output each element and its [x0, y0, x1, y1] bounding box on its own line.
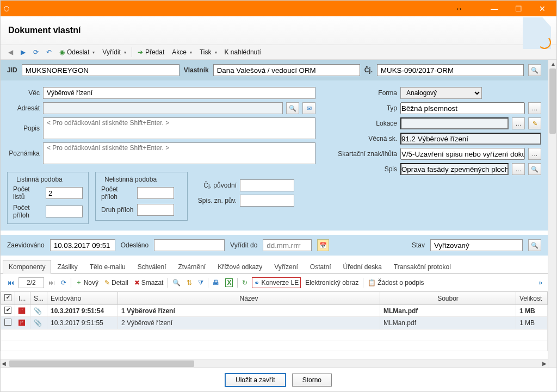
forma-select[interactable]: Analogový: [400, 87, 482, 99]
storno-button[interactable]: Storno: [292, 374, 332, 387]
adresat-mail-button[interactable]: ✉: [302, 102, 315, 114]
grid-row[interactable]: 🅿 📎 10.3.2017 9:51:54 1 Výběrové řízení …: [1, 305, 548, 317]
horizontal-scrollbar[interactable]: ◀ ▶: [1, 359, 548, 368]
skart-more-button[interactable]: …: [528, 148, 541, 160]
clipboard-icon: 📋: [368, 279, 376, 287]
grid-row[interactable]: 🅿 📎 10.3.2017 9:51:55 2 Výběrové řízení …: [1, 317, 548, 329]
grid-sort-button[interactable]: ⇅: [185, 278, 194, 288]
tab-ztvarneni[interactable]: Ztvárnění: [172, 260, 212, 273]
row-checkbox[interactable]: [4, 307, 11, 314]
stav-search-button[interactable]: 🔍: [528, 239, 541, 251]
col-state[interactable]: S...: [30, 292, 47, 305]
lokace-more-button[interactable]: …: [512, 117, 525, 129]
scroll-left-icon[interactable]: ◀: [2, 360, 6, 366]
grid-print-button[interactable]: 🖶: [211, 278, 221, 288]
adresat-search-button[interactable]: 🔍: [286, 102, 299, 114]
tab-urednideska[interactable]: Úřední deska: [337, 260, 387, 273]
grid-first-button[interactable]: ⏮: [6, 278, 16, 288]
undo-button[interactable]: ↶: [44, 47, 54, 57]
typ-more-button[interactable]: …: [528, 102, 541, 114]
spis-more-button[interactable]: …: [512, 163, 525, 175]
grid-refresh-button[interactable]: ⟳: [59, 278, 68, 288]
vyritdo-input[interactable]: [263, 239, 312, 251]
stav-input[interactable]: [430, 239, 523, 251]
tab-teloemailu[interactable]: Tělo e-mailu: [84, 260, 132, 273]
vlastnik-input[interactable]: [213, 64, 360, 76]
knahlednuti-button[interactable]: K nahlédnutí: [222, 47, 263, 57]
cell-velikost: 1 MB: [516, 317, 548, 329]
col-icon[interactable]: I...: [15, 292, 30, 305]
scroll-thumb[interactable]: [549, 69, 556, 134]
app-dot: [4, 6, 9, 11]
excel-icon: X: [225, 278, 233, 287]
vyridit-button[interactable]: Vyřídit: [100, 47, 128, 57]
tab-schvaleni[interactable]: Schválení: [132, 260, 172, 273]
novy-label: Nový: [84, 279, 98, 287]
scroll-right-icon[interactable]: ▶: [542, 360, 547, 366]
tab-ostatni[interactable]: Ostatní: [304, 260, 337, 273]
adresat-input[interactable]: [43, 102, 283, 114]
lokace-edit-button[interactable]: ✎: [528, 117, 541, 129]
jid-input[interactable]: [22, 64, 180, 76]
skart-input[interactable]: [400, 148, 525, 160]
druh-priloh-input[interactable]: [137, 204, 174, 216]
grid-toolbar: ⏮ 2/2 ⏭ ⟳ ＋Nový ✎Detail ✖Smazat 🔍 ⇅ ⧩ 🖶 …: [1, 274, 548, 291]
typ-input[interactable]: [400, 102, 525, 114]
grid-detail-button[interactable]: ✎Detail: [103, 278, 130, 288]
vec-input[interactable]: [43, 87, 315, 99]
row-checkbox[interactable]: [4, 319, 11, 326]
pocet-listu-input[interactable]: [46, 187, 83, 199]
spis-search-button[interactable]: 🔍: [528, 163, 541, 175]
akce-button[interactable]: Akce: [170, 47, 194, 57]
grid-novy-button[interactable]: ＋Nový: [74, 277, 100, 288]
nav-back-button[interactable]: ◀: [6, 47, 15, 57]
tab-zasilky[interactable]: Zásilky: [51, 260, 83, 273]
refresh-button[interactable]: ⟳: [31, 47, 41, 57]
zaev-label: Zaevidováno: [7, 241, 45, 249]
form-right: Forma Analogový Typ … Lokace … ✎ Věcná s…: [332, 87, 541, 224]
spiszn-input[interactable]: [240, 195, 294, 207]
npocet-priloh-input[interactable]: [137, 187, 174, 199]
grid-filter-button[interactable]: ⧩: [196, 278, 205, 288]
grid-overflow-button[interactable]: »: [539, 279, 542, 287]
vertical-scrollbar[interactable]: ▲ ▼: [548, 60, 556, 391]
cell-soubor: MLMan.pdf: [380, 317, 516, 329]
save-close-button[interactable]: Uložit a zavřít: [225, 374, 286, 387]
vyritdo-calendar-button[interactable]: 📅: [317, 239, 329, 251]
grid-reload-button[interactable]: ↻: [240, 278, 249, 288]
tisk-button[interactable]: Tisk: [197, 47, 219, 57]
popis-textarea[interactable]: [43, 117, 315, 139]
grid-find-button[interactable]: 🔍: [171, 278, 182, 288]
lokace-input[interactable]: [400, 117, 509, 129]
grid-eobraz-button[interactable]: Elektronický obraz: [304, 278, 360, 288]
cj-search-button[interactable]: 🔍: [528, 64, 541, 76]
col-nazev[interactable]: Název: [118, 292, 380, 305]
grid-konverze-button[interactable]: ⚭ Konverze LE: [252, 277, 301, 288]
col-evidovano[interactable]: Evidováno: [47, 292, 118, 305]
col-soubor[interactable]: Soubor: [380, 292, 516, 305]
poznamka-textarea[interactable]: [43, 142, 315, 164]
grid-excel-button[interactable]: X: [224, 277, 234, 288]
tab-vyrizeni[interactable]: Vyřízení: [268, 260, 304, 273]
cj-puvodni-input[interactable]: [240, 179, 294, 191]
tab-krizoveodkazy[interactable]: Křížové odkazy: [212, 260, 268, 273]
header-checkbox[interactable]: [4, 294, 11, 301]
tab-komponenty[interactable]: Komponenty: [3, 260, 51, 274]
predat-button[interactable]: ➔Předat: [135, 47, 166, 57]
nav-forward-button[interactable]: ▶: [18, 47, 28, 57]
scroll-thumb[interactable]: [9, 360, 194, 367]
grid-zadost-button[interactable]: 📋Žádost o podpis: [366, 278, 425, 288]
odesl-input[interactable]: [154, 239, 225, 251]
maximize-button[interactable]: ☐: [506, 1, 530, 16]
odeslat-button[interactable]: ◉Odeslat: [57, 47, 97, 57]
minimize-button[interactable]: —: [482, 1, 506, 16]
cj-input[interactable]: [377, 64, 524, 76]
grid-smazat-button[interactable]: ✖Smazat: [133, 278, 165, 288]
zaev-input[interactable]: [50, 239, 115, 251]
pocet-priloh-input[interactable]: [46, 206, 83, 217]
grid-last-button[interactable]: ⏭: [47, 278, 57, 288]
scroll-up-icon[interactable]: ▲: [550, 61, 556, 67]
col-velikost[interactable]: Velikost: [516, 292, 548, 305]
close-button[interactable]: ✕: [530, 1, 554, 16]
tab-transakcni[interactable]: Transakční protokol: [388, 260, 457, 273]
